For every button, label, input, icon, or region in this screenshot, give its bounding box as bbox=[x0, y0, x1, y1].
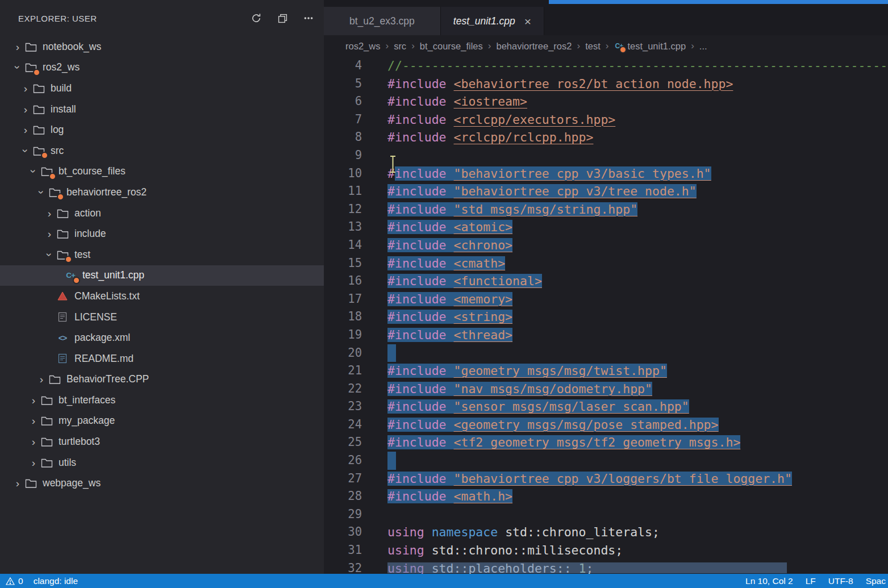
chevron-down-icon[interactable]: › bbox=[20, 144, 31, 157]
tree-item-bt-interfaces[interactable]: ›bt_interfaces bbox=[0, 390, 324, 411]
code-line[interactable]: 6#include <iostream> bbox=[324, 93, 888, 111]
tree-item-readme-md[interactable]: README.md bbox=[0, 348, 324, 369]
tab-bt-u2-ex3-cpp[interactable]: bt_u2_ex3.cpp bbox=[324, 7, 441, 35]
tree-item-behaviortree-cpp[interactable]: ›BehaviorTree.CPP bbox=[0, 369, 324, 390]
chevron-right-icon[interactable]: › bbox=[19, 83, 32, 94]
chevron-down-icon[interactable]: › bbox=[44, 248, 55, 261]
code-line[interactable]: 23#include "sensor_msgs/msg/laser_scan.h… bbox=[324, 398, 888, 416]
tree-item-turtlebot3[interactable]: ›turtlebot3 bbox=[0, 431, 324, 452]
tree-item-notebook-ws[interactable]: ›notebook_ws bbox=[0, 36, 324, 57]
breadcrumb-item-bt-course-files[interactable]: bt_course_files bbox=[420, 41, 483, 52]
breadcrumb-item-src[interactable]: src bbox=[394, 41, 406, 52]
tree-item-log[interactable]: ›log bbox=[0, 119, 324, 140]
code-line-text: #include "nav_msgs/msg/odometry.hpp" bbox=[387, 380, 652, 398]
code-line[interactable]: 9 bbox=[324, 147, 888, 165]
tree-item-test-unit1-cpp[interactable]: C+test_unit1.cpp bbox=[0, 265, 324, 286]
code-line[interactable]: 7#include <rclcpp/executors.hpp> bbox=[324, 111, 888, 129]
status-lf[interactable]: LF bbox=[806, 576, 816, 586]
code-line[interactable]: 31using std::chrono::milliseconds; bbox=[324, 541, 888, 560]
tree-item-behaviortree-ros2[interactable]: ›behaviortree_ros2 bbox=[0, 182, 324, 203]
breadcrumb-item-ros2-ws[interactable]: ros2_ws bbox=[345, 41, 380, 52]
chevron-right-icon[interactable]: › bbox=[35, 374, 48, 385]
breadcrumb-item-behaviortree-ros2[interactable]: behaviortree_ros2 bbox=[496, 41, 572, 52]
chevron-right-icon[interactable]: › bbox=[43, 228, 56, 239]
code-line[interactable]: 20 bbox=[324, 344, 888, 362]
chevron-right-icon[interactable]: › bbox=[19, 124, 32, 135]
chevron-right-icon[interactable]: › bbox=[27, 436, 40, 447]
breadcrumb-item-test-unit1-cpp[interactable]: C+test_unit1.cpp bbox=[614, 41, 686, 52]
code-line[interactable]: 8#include <rclcpp/rclcpp.hpp> bbox=[324, 128, 888, 147]
tree-item-label: bt_course_files bbox=[59, 165, 126, 177]
tree-item-webpage-ws[interactable]: ›webpage_ws bbox=[0, 473, 324, 494]
tree-item-label: src bbox=[51, 145, 64, 157]
line-number: 6 bbox=[324, 93, 362, 111]
code-line[interactable]: 16#include <functional> bbox=[324, 272, 888, 290]
tree-item-ros2-ws[interactable]: ›ros2_ws bbox=[0, 57, 324, 78]
code-line[interactable]: 26 bbox=[324, 452, 888, 470]
horizontal-scrollbar[interactable] bbox=[387, 562, 787, 573]
tree-item-src[interactable]: ›src bbox=[0, 140, 324, 161]
code-line[interactable]: 27#include "behaviortree_cpp_v3/loggers/… bbox=[324, 470, 888, 488]
breadcrumb-item-[interactable]: ... bbox=[699, 41, 707, 52]
code-line[interactable]: 22#include "nav_msgs/msg/odometry.hpp" bbox=[324, 380, 888, 398]
code-line[interactable]: 11#include "behaviortree_cpp_v3/tree_nod… bbox=[324, 182, 888, 201]
tree-item-build[interactable]: ›build bbox=[0, 78, 324, 99]
code-line[interactable]: 12#include "std_msgs/msg/string.hpp" bbox=[324, 201, 888, 219]
tree-item-cmakelists-txt[interactable]: CMakeLists.txt bbox=[0, 286, 324, 307]
code-line[interactable]: 10#include "behaviortree_cpp_v3/basic_ty… bbox=[324, 165, 888, 183]
close-icon[interactable]: × bbox=[524, 15, 531, 27]
code-line[interactable]: 25#include <tf2_geometry_msgs/tf2_geomet… bbox=[324, 433, 888, 452]
status-spac[interactable]: Spac bbox=[866, 576, 886, 586]
chevron-down-icon[interactable]: › bbox=[36, 186, 47, 198]
chevron-down-icon[interactable]: › bbox=[28, 165, 39, 178]
line-number: 9 bbox=[324, 147, 362, 165]
chevron-right-icon[interactable]: › bbox=[27, 395, 40, 406]
status-utf-8[interactable]: UTF-8 bbox=[828, 576, 853, 586]
refresh-explorer-icon[interactable] bbox=[250, 12, 262, 24]
more-actions-icon[interactable] bbox=[302, 12, 315, 24]
chevron-right-icon[interactable]: › bbox=[11, 41, 24, 52]
chevron-right-icon[interactable]: › bbox=[27, 457, 40, 468]
breadcrumb-item-test[interactable]: test bbox=[585, 41, 601, 52]
selection-highlight: #include "nav_msgs/msg/odometry.hpp" bbox=[387, 382, 652, 396]
folder-icon bbox=[40, 165, 53, 178]
tab-test-unit1-cpp[interactable]: test_unit1.cpp× bbox=[441, 7, 544, 35]
folder-icon bbox=[48, 373, 61, 386]
code-token: "behaviortree_cpp_v3/basic_types.h" bbox=[454, 166, 711, 181]
chevron-right-icon[interactable]: › bbox=[43, 208, 56, 219]
status-warnings[interactable]: 0 bbox=[6, 576, 23, 586]
code-line[interactable]: 5#include <behaviortree_ros2/bt_action_n… bbox=[324, 75, 888, 93]
status-ln-10-col-2[interactable]: Ln 10, Col 2 bbox=[745, 576, 793, 586]
code-line[interactable]: 24#include <geometry_msgs/msg/pose_stamp… bbox=[324, 416, 888, 434]
code-line[interactable]: 30using namespace std::chrono_literals; bbox=[324, 523, 888, 541]
vscode-window: EXPLORER: USER ›notebook_ws›ros2_ws›buil… bbox=[0, 0, 888, 588]
code-line[interactable]: 18#include <string> bbox=[324, 308, 888, 326]
code-line[interactable]: 28#include <math.h> bbox=[324, 487, 888, 506]
line-number: 5 bbox=[324, 75, 362, 93]
collapse-folders-icon[interactable] bbox=[276, 12, 289, 24]
chevron-right-icon[interactable]: › bbox=[19, 104, 32, 115]
status-clangd-idle[interactable]: clangd: idle bbox=[34, 576, 78, 586]
code-line[interactable]: 29 bbox=[324, 506, 888, 524]
tree-item-test[interactable]: ›test bbox=[0, 244, 324, 265]
code-line[interactable]: 15#include <cmath> bbox=[324, 255, 888, 273]
chevron-down-icon[interactable]: › bbox=[12, 61, 23, 74]
chevron-right-icon[interactable]: › bbox=[27, 415, 40, 426]
code-line[interactable]: 21#include "geometry_msgs/msg/twist.hpp" bbox=[324, 362, 888, 380]
tree-item-utils[interactable]: ›utils bbox=[0, 452, 324, 473]
breadcrumb-label: src bbox=[394, 41, 406, 52]
tree-item-license[interactable]: LICENSE bbox=[0, 307, 324, 328]
code-line[interactable]: 4//-------------------------------------… bbox=[324, 57, 888, 75]
tree-item-action[interactable]: ›action bbox=[0, 203, 324, 224]
code-line[interactable]: 19#include <thread> bbox=[324, 326, 888, 344]
tree-item-include[interactable]: ›include bbox=[0, 223, 324, 244]
tree-item-bt-course-files[interactable]: ›bt_course_files bbox=[0, 161, 324, 182]
code-line-text: #include "behaviortree_cpp_v3/tree_node.… bbox=[387, 182, 697, 201]
code-line[interactable]: 17#include <memory> bbox=[324, 290, 888, 308]
code-line[interactable]: 13#include <atomic> bbox=[324, 218, 888, 236]
code-line[interactable]: 14#include <chrono> bbox=[324, 236, 888, 255]
tree-item-package-xml[interactable]: <>package.xml bbox=[0, 327, 324, 348]
tree-item-install[interactable]: ›install bbox=[0, 99, 324, 120]
chevron-right-icon[interactable]: › bbox=[11, 478, 24, 489]
tree-item-my-package[interactable]: ›my_package bbox=[0, 411, 324, 432]
